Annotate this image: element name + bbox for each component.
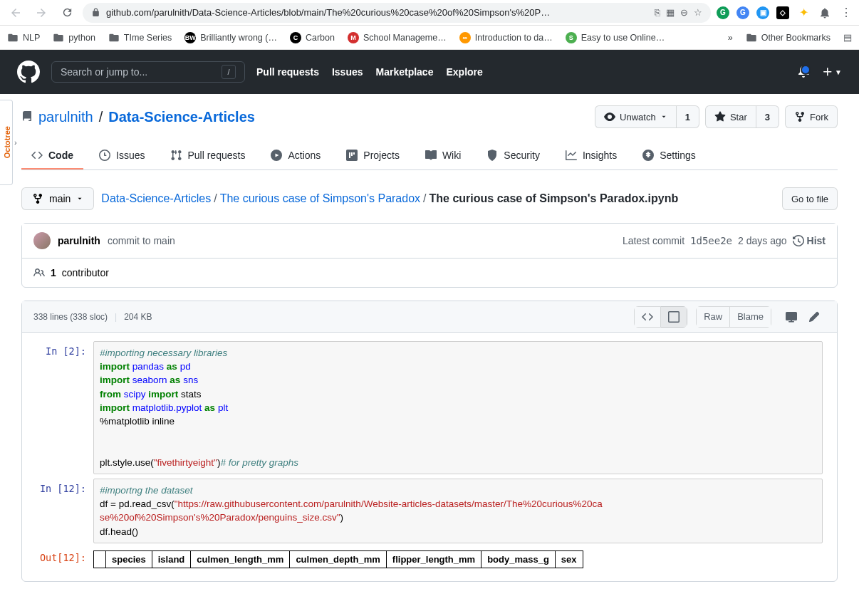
line-count: 338 lines (338 sloc) — [33, 312, 108, 322]
nav-link[interactable]: Marketplace — [376, 66, 434, 78]
bookmark-item[interactable]: NLP — [7, 32, 40, 43]
cell-prompt: Out[12]: — [36, 548, 93, 568]
history-icon[interactable]: Hist — [793, 235, 826, 246]
forward-button[interactable] — [31, 3, 51, 23]
browser-toolbar: github.com/parulnith/Data-Science-Articl… — [0, 0, 859, 26]
notifications-bell-icon[interactable] — [798, 66, 809, 78]
reading-list-icon[interactable]: ▤ — [843, 32, 852, 43]
favicon: ∞ — [459, 32, 471, 43]
commit-sha[interactable]: 1d5ee2e — [690, 235, 732, 246]
commit-time: 2 days ago — [738, 235, 787, 246]
cell-prompt: In [2]: — [36, 341, 93, 474]
star-button[interactable]: Star — [705, 105, 756, 128]
unwatch-count[interactable]: 1 — [677, 105, 699, 128]
breadcrumb-segment[interactable]: The curious case of Simpson's Paradox — [220, 192, 420, 204]
ext-icon-1[interactable]: G — [717, 6, 729, 19]
folder-icon — [746, 32, 757, 43]
bookmark-item[interactable]: ∞Introduction to da… — [459, 32, 553, 43]
star-icon[interactable]: ☆ — [694, 7, 702, 18]
breadcrumb-segment[interactable]: Data-Science-Articles — [101, 192, 211, 204]
rendered-view-button[interactable] — [661, 306, 687, 328]
bookmark-item[interactable]: python — [53, 32, 95, 43]
zoom-icon[interactable]: ⊖ — [680, 7, 688, 18]
qr-icon[interactable]: ▦ — [666, 7, 675, 18]
bookmark-item[interactable]: SEasy to use Online… — [566, 32, 665, 43]
repo-owner-link[interactable]: parulnith — [38, 109, 93, 125]
repo-header: parulnith / Data-Science-Articles Unwatc… — [0, 94, 859, 170]
tab-wiki[interactable]: Wiki — [415, 142, 471, 169]
star-count[interactable]: 3 — [756, 105, 779, 128]
octotree-sidebar-tab[interactable]: › Octotree ≡ — [0, 100, 13, 185]
bookmark-item[interactable]: BWBrilliantly wrong (… — [184, 32, 277, 43]
desktop-icon[interactable] — [780, 306, 803, 328]
file-box: 338 lines (338 sloc) | 204 KB Raw Blame … — [21, 301, 838, 582]
nav-link[interactable]: Explore — [446, 66, 482, 78]
other-bookmarks[interactable]: Other Bookmarks — [746, 32, 831, 43]
code-cell: #importing necessary libraries import pa… — [93, 341, 823, 474]
extension-icons: G G ▣ ◇ ✦ ⋮ — [717, 6, 853, 20]
tab-pull-requests[interactable]: Pull requests — [160, 142, 255, 169]
tab-projects[interactable]: Projects — [336, 142, 410, 169]
lock-icon — [91, 8, 100, 17]
breadcrumb-segment: The curious case of Simpson's Paradox.ip… — [430, 192, 679, 204]
notifications-icon[interactable] — [818, 6, 832, 20]
fork-button[interactable]: Fork — [785, 105, 838, 128]
branch-selector[interactable]: main — [21, 187, 94, 210]
ext-icon-5[interactable]: ✦ — [796, 6, 811, 20]
folder-icon — [7, 32, 19, 43]
github-search[interactable]: Search or jump to... / — [51, 61, 245, 83]
breadcrumb: Data-Science-Articles/The curious case o… — [101, 192, 678, 205]
slash-key-hint: / — [222, 65, 236, 79]
ext-icon-3[interactable]: ▣ — [756, 6, 769, 19]
ext-icon-4[interactable]: ◇ — [776, 6, 789, 19]
ext-icon-2[interactable]: G — [736, 6, 749, 19]
notebook-render: In [2]:#importing necessary libraries im… — [22, 333, 837, 581]
blame-button[interactable]: Blame — [730, 306, 771, 328]
address-bar[interactable]: github.com/parulnith/Data-Science-Articl… — [83, 3, 711, 23]
cell-prompt: In [12]: — [36, 479, 93, 543]
github-logo[interactable] — [17, 61, 40, 83]
reader-icon[interactable]: ⎘ — [655, 7, 660, 18]
nav-link[interactable]: Issues — [332, 66, 363, 78]
reload-button[interactable] — [57, 3, 77, 23]
bookmarks-bar: NLPpythonTIme SeriesBWBrilliantly wrong … — [0, 26, 859, 50]
folder-icon — [108, 32, 120, 43]
tab-issues[interactable]: Issues — [89, 142, 155, 169]
goto-file-button[interactable]: Go to file — [782, 187, 838, 210]
favicon: BW — [184, 32, 196, 43]
add-dropdown[interactable]: ▼ — [822, 66, 842, 78]
tab-settings[interactable]: Settings — [632, 142, 706, 169]
github-nav: Pull requestsIssuesMarketplaceExplore — [256, 66, 483, 78]
bookmark-item[interactable]: CCarbon — [290, 32, 335, 43]
folder-icon — [53, 32, 64, 43]
repo-icon — [21, 111, 33, 122]
commit-box: parulnith commit to main Latest commit 1… — [21, 223, 838, 288]
commit-message[interactable]: commit to main — [108, 235, 175, 246]
avatar[interactable] — [33, 232, 51, 249]
repo-tabs: CodeIssuesPull requestsActionsProjectsWi… — [21, 142, 838, 170]
commit-author[interactable]: parulnith — [58, 235, 100, 246]
menu-icon[interactable]: ⋮ — [839, 6, 853, 20]
tab-actions[interactable]: Actions — [261, 142, 330, 169]
file-size: 204 KB — [124, 312, 152, 322]
unwatch-button[interactable]: Unwatch — [595, 105, 677, 128]
file-toolbar: 338 lines (338 sloc) | 204 KB Raw Blame — [22, 301, 837, 333]
file-area: main Data-Science-Articles/The curious c… — [0, 170, 859, 599]
bookmarks-overflow[interactable]: » — [728, 33, 733, 43]
raw-button[interactable]: Raw — [696, 306, 730, 328]
bookmark-item[interactable]: MSchool Manageme… — [348, 32, 447, 43]
source-view-button[interactable] — [634, 306, 661, 328]
nav-link[interactable]: Pull requests — [256, 66, 319, 78]
favicon: C — [290, 32, 301, 43]
bookmark-item[interactable]: TIme Series — [108, 32, 172, 43]
edit-icon[interactable] — [803, 306, 826, 328]
repo-name-link[interactable]: Data-Science-Articles — [108, 109, 255, 125]
tab-security[interactable]: Security — [477, 142, 550, 169]
favicon: S — [566, 32, 577, 43]
tab-insights[interactable]: Insights — [556, 142, 627, 169]
tab-code[interactable]: Code — [21, 142, 83, 169]
url-text: github.com/parulnith/Data-Science-Articl… — [106, 7, 649, 18]
favicon: M — [348, 32, 359, 43]
back-button[interactable] — [6, 3, 26, 23]
contributors-row[interactable]: 1 contributor — [22, 259, 837, 287]
